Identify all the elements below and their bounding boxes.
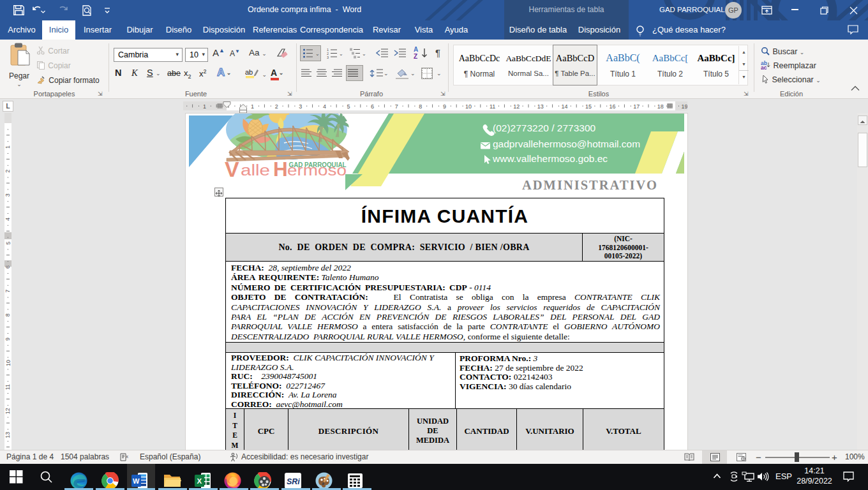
svg-text:ac: ac	[761, 64, 767, 70]
svg-text:9: 9	[5, 338, 11, 341]
svg-text:13: 13	[5, 432, 11, 438]
svg-text:10: 10	[5, 360, 11, 366]
svg-text:6: 6	[371, 103, 374, 110]
svg-text:x: x	[126, 454, 128, 459]
svg-text:2: 2	[275, 103, 278, 110]
svg-text:7: 7	[395, 103, 398, 110]
svg-text:8: 8	[419, 103, 422, 110]
svg-text:15: 15	[585, 103, 592, 110]
svg-text:19: 19	[681, 103, 687, 110]
svg-text:ab: ab	[245, 68, 253, 76]
svg-text:(02)2773220 / 2773300: (02)2773220 / 2773300	[493, 122, 596, 133]
svg-text:SRi: SRi	[287, 477, 300, 486]
svg-text:17: 17	[633, 103, 640, 110]
svg-text:4: 4	[323, 103, 326, 110]
svg-text:V: V	[225, 157, 239, 181]
svg-text:10: 10	[465, 103, 472, 110]
svg-text:9: 9	[443, 103, 446, 110]
svg-text:X: X	[197, 477, 202, 485]
svg-text:2: 2	[5, 170, 11, 173]
svg-text:6: 6	[5, 265, 11, 269]
svg-text:12: 12	[513, 103, 520, 110]
svg-text:H: H	[273, 158, 288, 181]
svg-text:3: 3	[299, 103, 302, 110]
svg-text:14: 14	[561, 103, 567, 110]
svg-text:gadprvallehermoso@hotmail.com: gadprvallehermoso@hotmail.com	[493, 138, 640, 149]
svg-text:5: 5	[5, 241, 11, 244]
svg-text:16: 16	[610, 103, 616, 110]
svg-text:4: 4	[5, 218, 11, 221]
svg-text:W: W	[133, 477, 140, 485]
svg-text:12: 12	[5, 408, 11, 414]
svg-text:1: 1	[203, 103, 206, 110]
svg-text:1: 1	[5, 145, 11, 149]
svg-text:11: 11	[5, 384, 11, 390]
svg-text:18: 18	[657, 103, 664, 110]
svg-text:1: 1	[251, 103, 254, 110]
svg-text:www.vallehermoso.gob.ec: www.vallehermoso.gob.ec	[492, 153, 608, 164]
svg-text:11: 11	[490, 103, 495, 110]
svg-text:13: 13	[537, 103, 544, 110]
svg-text:8: 8	[5, 313, 11, 316]
svg-text:3: 3	[327, 56, 329, 59]
svg-text:5: 5	[347, 103, 350, 110]
svg-text:alle: alle	[241, 162, 270, 179]
svg-text:GAD PARROQUIAL: GAD PARROQUIAL	[289, 161, 347, 168]
svg-text:3: 3	[5, 193, 11, 197]
svg-text:7: 7	[5, 290, 11, 293]
